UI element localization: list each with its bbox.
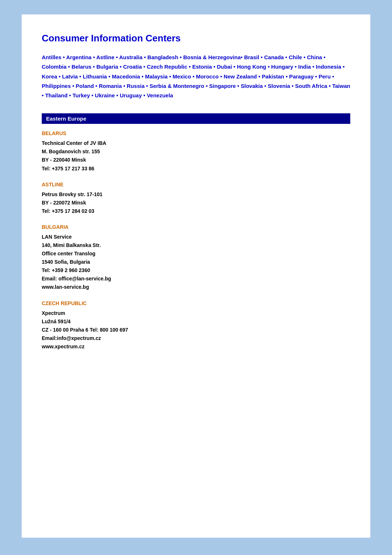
country-info-astline: Petrus Brovky str. 17-101BY - 220072 Min… <box>42 190 350 215</box>
country-links: Antilles • Argentina • Astline • Austral… <box>42 53 350 100</box>
country-block-belarus: BELARUSTechnical Center of JV IBAM. Bogd… <box>42 130 350 173</box>
country-info-czech-republic: XpectrumLužná 591/4CZ - 160 00 Praha 6 T… <box>42 309 350 351</box>
country-block-astline: ASTLINEPetrus Brovky str. 17-101BY - 220… <box>42 182 350 215</box>
country-info-bulgaria: LAN Service140, Mimi Balkanska Str.Offic… <box>42 233 350 292</box>
country-info-belarus: Technical Center of JV IBAM. Bogdanovich… <box>42 139 350 173</box>
page-container: Consumer Information Centers Antilles • … <box>22 15 370 538</box>
country-name-czech-republic: CZECH REPUBLIC <box>42 300 350 306</box>
page-title: Consumer Information Centers <box>42 33 350 44</box>
country-name-bulgaria: BULGARIA <box>42 224 350 230</box>
country-block-czech-republic: CZECH REPUBLICXpectrumLužná 591/4CZ - 16… <box>42 300 350 351</box>
country-block-bulgaria: BULGARIALAN Service140, Mimi Balkanska S… <box>42 224 350 292</box>
country-name-belarus: BELARUS <box>42 130 350 136</box>
country-name-astline: ASTLINE <box>42 182 350 187</box>
section-header: Eastern Europe <box>42 113 350 124</box>
countries-container: BELARUSTechnical Center of JV IBAM. Bogd… <box>42 130 350 351</box>
